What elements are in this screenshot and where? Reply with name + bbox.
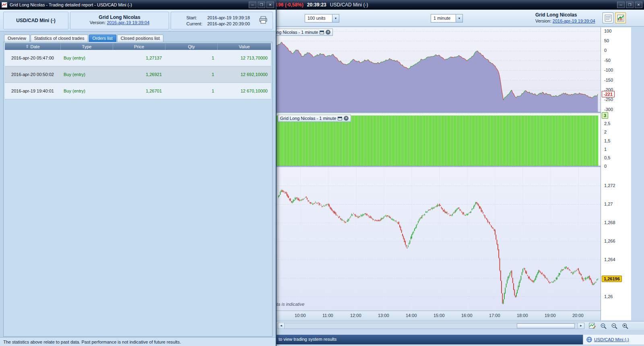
- disclaimer-text: The statistics above relate to past data…: [3, 340, 181, 344]
- title-instrument: USD/CAD Mini (-): [330, 2, 368, 8]
- order-type: Buy (entry): [60, 66, 113, 82]
- order-date: 2016-apr-20 05:47:00: [5, 50, 60, 66]
- price-axis[interactable]: 100500-50-100-150-200-250-300-2212,521,5…: [601, 27, 631, 320]
- close-button[interactable]: ✕: [635, 2, 642, 8]
- close-button[interactable]: ✕: [266, 2, 274, 8]
- table-row[interactable]: 2016-apr-20 00:50:02 Buy (entry) 1,26921…: [5, 66, 271, 83]
- units-select[interactable]: 100 units ▼: [305, 14, 339, 23]
- system-name: Grid Long Nicolas: [70, 14, 169, 20]
- tab-overview[interactable]: Overview: [4, 35, 30, 42]
- maximize-button[interactable]: ❐: [626, 2, 634, 8]
- dropdown-arrow-icon[interactable]: ▼: [456, 14, 462, 22]
- chart-window-title: 1,26196 (-0,58%) 20:39:23 USD/CAD Mini (…: [266, 0, 368, 10]
- app-icon: [2, 2, 7, 8]
- x-axis-label: 12:00: [350, 313, 361, 318]
- close-pane-icon[interactable]: ✕: [326, 30, 330, 35]
- order-date: 2016-apr-20 00:50:02: [5, 66, 60, 82]
- report-window-titlebar[interactable]: Grid Long Nicolas - Trading detailed rep…: [0, 0, 276, 10]
- positions-pane-tab[interactable]: Grid Long Nicolas - 1 minute ✕: [278, 115, 351, 122]
- tab-closed-positions[interactable]: Closed positions list: [117, 35, 163, 42]
- column-header-type[interactable]: Type: [60, 43, 113, 50]
- y-axis-label: 1,268: [604, 220, 615, 225]
- minimize-button[interactable]: ─: [617, 2, 625, 8]
- y-axis-label: 0: [604, 164, 607, 169]
- popout-icon[interactable]: [320, 31, 324, 34]
- order-type: Buy (entry): [60, 50, 113, 66]
- tab-orders-list[interactable]: Orders list: [89, 35, 116, 42]
- y-axis-label: -50: [604, 58, 611, 63]
- popout-icon[interactable]: [338, 117, 342, 120]
- minimize-button[interactable]: ─: [249, 2, 256, 8]
- horizontal-scrollbar[interactable]: ◄ ►: [278, 323, 584, 329]
- instrument-name: USD/CAD Mini (-): [16, 18, 55, 23]
- report-button[interactable]: [603, 12, 613, 23]
- instrument-panel: USD/CAD Mini (-): [3, 12, 68, 29]
- chart-view-button[interactable]: [615, 12, 626, 23]
- table-row[interactable]: 2016-apr-19 19:40:01 Buy (entry) 1,26701…: [5, 83, 271, 99]
- order-price: 1,26701: [113, 83, 165, 99]
- period-panel: Start: 2016-apr-19 19:39:18 Current: 201…: [171, 12, 273, 29]
- zoom-icon-group: [588, 322, 630, 330]
- y-axis-label: -150: [604, 78, 613, 82]
- status-instrument-cell: USD/CAD Mini (-): [583, 335, 644, 344]
- scroll-right-icon[interactable]: ►: [578, 323, 584, 329]
- units-value: 100 units: [305, 14, 332, 22]
- system-panel: Grid Long Nicolas Version: 2016-apr-19 1…: [535, 12, 595, 24]
- status-instrument-link[interactable]: USD/CAD Mini (-): [594, 337, 629, 342]
- y-axis-label: 1,272: [604, 183, 615, 188]
- zoom-reset-button[interactable]: [599, 322, 608, 330]
- screen: 1,26196 (-0,58%) 20:39:23 USD/CAD Mini (…: [0, 0, 644, 346]
- zoom-in-icon: [622, 323, 629, 330]
- zoom-in-button[interactable]: [620, 322, 630, 330]
- report-header: USD/CAD Mini (-) Grid Long Nicolas Versi…: [0, 10, 276, 31]
- column-header-date[interactable]: ⇧ Date: [5, 43, 60, 50]
- window-controls: ─ ❐ ✕: [249, 2, 274, 8]
- report-window-title: Grid Long Nicolas - Trading detailed rep…: [10, 2, 132, 7]
- column-header-price[interactable]: Price: [113, 43, 165, 50]
- column-header-qty[interactable]: Qty: [165, 43, 217, 50]
- x-axis-label: 16:00: [461, 313, 473, 318]
- y-axis-label: -250: [604, 97, 613, 102]
- x-axis-label: 18:00: [517, 313, 528, 318]
- y-axis-label: 2: [604, 130, 607, 134]
- report-icon: [605, 14, 612, 22]
- zoom-reset-icon: [600, 323, 607, 330]
- last-value-badge: 3: [602, 112, 608, 119]
- y-axis-label: 1,266: [604, 239, 615, 243]
- table-header: ⇧ Date Type Price Qty Value: [5, 43, 271, 50]
- y-axis-label: 100: [604, 29, 611, 33]
- orders-list-panel: ⇧ Date Type Price Qty Value 2016-apr-20 …: [3, 42, 272, 337]
- tab-statistics[interactable]: Statistics of closed trades: [31, 35, 88, 42]
- last-value-badge: 1,26196: [602, 276, 622, 282]
- order-qty: 1: [165, 66, 217, 82]
- scrollbar-thumb[interactable]: [517, 323, 575, 328]
- scroll-left-icon[interactable]: ◄: [278, 323, 285, 329]
- printer-icon: [259, 16, 268, 24]
- version-link[interactable]: 2016-apr-19 19:39:04: [553, 19, 595, 23]
- chart-edit-button[interactable]: [588, 322, 597, 330]
- timeframe-select[interactable]: 1 minute ▼: [431, 14, 463, 23]
- dropdown-arrow-icon[interactable]: ▼: [332, 14, 339, 22]
- table-row[interactable]: 2016-apr-20 05:47:00 Buy (entry) 1,27137…: [5, 50, 271, 66]
- timeframe-value: 1 minute: [431, 14, 456, 22]
- x-axis-label: 10:00: [295, 313, 306, 318]
- order-value: 12 713,70000: [217, 50, 271, 66]
- maximize-button[interactable]: ❐: [258, 2, 265, 8]
- x-axis-label: 15:00: [433, 313, 445, 318]
- orders-table: ⇧ Date Type Price Qty Value 2016-apr-20 …: [5, 43, 271, 99]
- x-axis-label: 14:00: [406, 313, 417, 318]
- globe-icon: [586, 337, 592, 342]
- report-tabs: Overview Statistics of closed trades Ord…: [4, 35, 163, 42]
- pane-tab-label: Grid Long Nicolas - 1 minute: [280, 116, 336, 121]
- order-value: 12 692,10000: [217, 66, 271, 82]
- y-axis-label: 1,26: [604, 294, 613, 299]
- y-axis-label: 0: [604, 48, 607, 53]
- y-axis-label: 1,5: [604, 138, 610, 143]
- y-axis-label: 2,5: [604, 121, 610, 126]
- close-pane-icon[interactable]: ✕: [344, 116, 349, 121]
- print-button[interactable]: [259, 16, 268, 25]
- column-header-value[interactable]: Value: [217, 43, 271, 50]
- x-axis-label: 11:00: [322, 313, 333, 318]
- zoom-out-button[interactable]: [609, 322, 619, 330]
- version-link[interactable]: 2016-apr-19 19:39:04: [107, 20, 150, 25]
